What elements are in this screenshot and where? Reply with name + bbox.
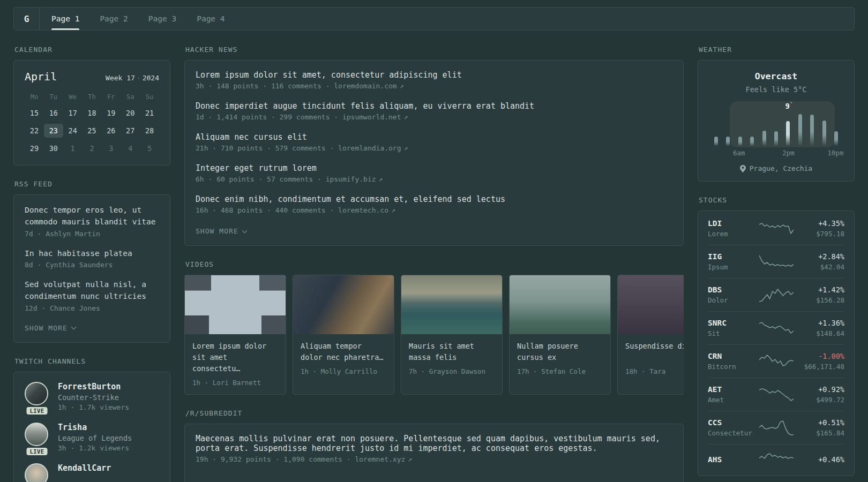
- stock-price: $42.04: [818, 263, 844, 271]
- twitch-channel-name[interactable]: ForrestBurton: [58, 382, 129, 391]
- dashboard-columns: CALENDAR April Week 17·2024 MoTuWeThFrSa…: [13, 46, 855, 482]
- weather-time-label: 2pm: [782, 149, 795, 157]
- video-thumbnail[interactable]: [293, 275, 394, 334]
- stock-row: AETAmet+0.92%$499.72: [708, 378, 844, 411]
- weather-time-label: 10pm: [827, 149, 843, 157]
- stock-symbol: CRN: [708, 352, 755, 360]
- hackernews-item: Lorem ipsum dolor sit amet, consectetur …: [196, 70, 672, 90]
- twitch-channel-name[interactable]: KendallCarr: [58, 463, 111, 473]
- rss-item-meta: 8d · Cynthia Saunders: [25, 261, 159, 269]
- hackernews-item-domain-link[interactable]: ipsumify.biz: [326, 175, 376, 183]
- rss-item-title[interactable]: Donec tempor eros leo, ut commodo mauris…: [25, 205, 159, 228]
- weather-card: Overcast Feels like 5°C 9° 6am2pm10pm: [698, 60, 855, 182]
- avatar[interactable]: [25, 463, 48, 482]
- subreddit-post-title[interactable]: Maecenas mollis pulvinar erat non posuer…: [196, 434, 672, 453]
- hackernews-card: Lorem ipsum dolor sit amet, consectetur …: [184, 60, 684, 246]
- twitch-avatar-wrap: LIVE: [25, 423, 49, 452]
- rss-item-title[interactable]: In hac habitasse platea: [25, 248, 159, 260]
- hackernews-item-domain-link[interactable]: loremlandia.org: [338, 144, 401, 152]
- weather-bar: [738, 137, 742, 146]
- weather-bar: [822, 120, 826, 146]
- hackernews-item-title[interactable]: Lorem ipsum dolor sit amet, consectetur …: [196, 70, 672, 80]
- external-link-icon: ↗: [391, 206, 395, 214]
- stock-sparkline: [759, 420, 794, 436]
- hackernews-item-title[interactable]: Aliquam nec cursus elit: [196, 132, 672, 142]
- stock-identity: SNRCSit: [708, 319, 755, 337]
- app-logo[interactable]: G: [14, 7, 40, 30]
- nav-tab-4[interactable]: Page 4: [197, 7, 225, 30]
- hackernews-item-meta: 21h · 710 points · 579 comments · loreml…: [196, 144, 672, 152]
- hackernews-item-meta-text: 16h · 468 points · 440 comments ·: [196, 206, 338, 214]
- stock-symbol: AHS: [708, 455, 755, 464]
- location-pin-icon: [740, 165, 746, 172]
- stock-symbol: SNRC: [708, 319, 755, 327]
- stock-identity: AETAmet: [708, 385, 755, 404]
- rss-show-more-button[interactable]: SHOW MORE: [25, 324, 76, 332]
- hackernews-item-title[interactable]: Donec imperdiet augue tincidunt felis al…: [196, 101, 672, 111]
- hackernews-item-domain-link[interactable]: ipsumworld.net: [342, 113, 401, 121]
- calendar-day: 24: [63, 124, 83, 138]
- stock-change: +1.42%: [816, 285, 844, 294]
- nav-tab-1[interactable]: Page 1: [51, 7, 79, 30]
- video-title[interactable]: Suspendisse diam: [625, 341, 684, 363]
- twitch-channel-row[interactable]: LIVETrishaLeague of Legends3h · 1.2k vie…: [25, 423, 159, 452]
- middle-column: HACKER NEWS Lorem ipsum dolor sit amet, …: [184, 46, 684, 482]
- nav-tab-3[interactable]: Page 3: [148, 7, 176, 30]
- subreddit-widget: /R/SUBREDDIT Maecenas mollis pulvinar er…: [184, 409, 684, 482]
- stock-sparkline: [759, 320, 794, 336]
- calendar-header: April Week 17·2024: [25, 70, 159, 83]
- hackernews-item-domain-link[interactable]: loremdomain.com: [334, 82, 396, 90]
- weather-bar: [726, 137, 730, 146]
- weather-feels-like: Feels like 5°C: [709, 85, 843, 94]
- left-column: CALENDAR April Week 17·2024 MoTuWeThFrSa…: [13, 46, 170, 482]
- rss-item-title[interactable]: Sed volutpat nulla nisl, a condimentum n…: [25, 279, 159, 303]
- video-meta: 1h · Molly Carrillo: [301, 367, 386, 375]
- stock-row: IIGIpsum+2.84%$42.04: [708, 245, 844, 278]
- stock-values: +0.46%: [818, 455, 844, 464]
- external-link-icon: ↗: [379, 175, 383, 183]
- twitch-channel-meta: 3h · 1.2k viewers: [58, 444, 132, 452]
- subreddit-post-meta-text: 19h · 9,932 points · 1,090 comments ·: [196, 455, 355, 463]
- video-title[interactable]: Lorem ipsum dolor sit amet consectetu…: [192, 341, 278, 374]
- hackernews-item-title[interactable]: Integer eget rutrum lorem: [196, 163, 672, 173]
- subreddit-post-domain-link[interactable]: loremnet.xyz: [355, 455, 405, 463]
- rss-item: In hac habitasse platea8d · Cynthia Saun…: [25, 248, 159, 269]
- weather-time-axis: 6am2pm10pm: [714, 147, 838, 156]
- stock-change: +0.92%: [816, 385, 844, 394]
- avatar[interactable]: [25, 382, 48, 405]
- stock-change: -1.00%: [804, 352, 844, 360]
- video-title[interactable]: Aliquam tempor dolor nec pharetra…: [301, 341, 386, 363]
- twitch-channel-info: TrishaLeague of Legends3h · 1.2k viewers: [58, 423, 132, 452]
- video-thumbnail[interactable]: [185, 275, 286, 334]
- video-thumbnail[interactable]: [618, 275, 684, 334]
- hackernews-show-more-button[interactable]: SHOW MORE: [196, 227, 246, 235]
- external-link-icon: ↗: [408, 455, 412, 463]
- hackernews-item-domain-link[interactable]: loremtech.co: [338, 206, 388, 214]
- stock-sparkline: [759, 254, 794, 270]
- separator-dot: ·: [137, 74, 141, 82]
- nav-tab-2[interactable]: Page 2: [100, 7, 128, 30]
- twitch-channel-row[interactable]: LIVEForrestBurtonCounter-Strike1h · 1.7k…: [25, 382, 159, 411]
- rss-item-meta: 12d · Chance Jones: [25, 304, 159, 312]
- stock-change: +0.46%: [818, 455, 844, 464]
- stock-price: $499.72: [816, 396, 844, 404]
- live-badge: LIVE: [27, 448, 48, 455]
- calendar-day-header: Fr: [101, 92, 121, 102]
- hackernews-item-title[interactable]: Donec enim nibh, condimentum et accumsan…: [196, 194, 672, 204]
- video-thumbnail[interactable]: [401, 275, 502, 334]
- video-title[interactable]: Mauris sit amet massa felis: [409, 341, 495, 363]
- stock-price: $148.64: [816, 329, 844, 337]
- twitch-card: LIVEForrestBurtonCounter-Strike1h · 1.7k…: [13, 372, 170, 482]
- video-title[interactable]: Nullam posuere cursus ex: [517, 341, 603, 363]
- weather-bar: [834, 131, 838, 146]
- subreddit-post-meta: 19h · 9,932 points · 1,090 comments · lo…: [196, 455, 672, 463]
- video-thumbnail[interactable]: [510, 275, 610, 334]
- video-card-body: Suspendisse diam18h · Tara: [618, 334, 684, 383]
- avatar[interactable]: [25, 423, 48, 446]
- twitch-channel-name[interactable]: Trisha: [58, 423, 132, 432]
- calendar-day: 1: [63, 141, 83, 155]
- stock-values: +0.51%$165.84: [816, 418, 844, 437]
- twitch-channel-row[interactable]: KendallCarr: [25, 463, 159, 482]
- stock-name: Dolor: [708, 296, 755, 304]
- chevron-down-icon: [71, 325, 76, 330]
